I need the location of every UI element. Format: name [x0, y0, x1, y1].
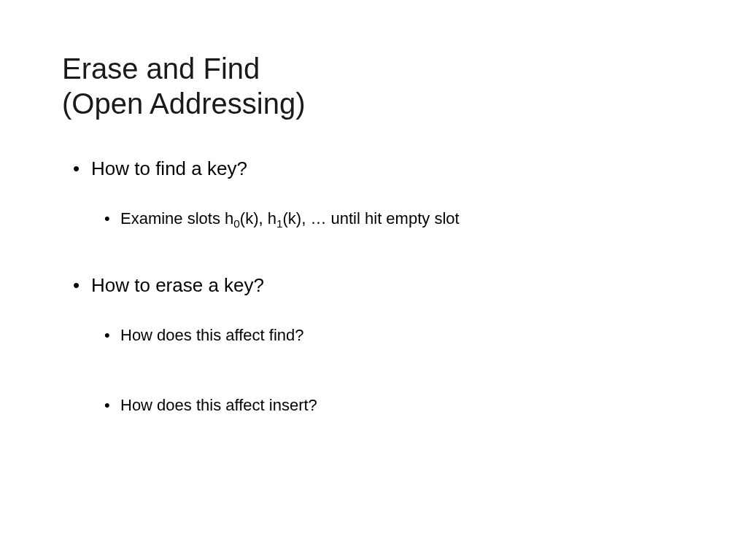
bullet-find-key: How to find a key?	[77, 158, 685, 180]
bullet-examine-slots: Examine slots h0(k), h1(k), … until hit …	[106, 209, 685, 230]
bullet-affect-insert: How does this affect insert?	[106, 396, 685, 415]
title-line-2: (Open Addressing)	[62, 88, 306, 120]
bullet-affect-find: How does this affect find?	[106, 326, 685, 345]
slide-title: Erase and Find (Open Addressing)	[62, 51, 685, 121]
title-line-1: Erase and Find	[62, 52, 260, 85]
bullet-erase-key: How to erase a key?	[77, 274, 685, 297]
